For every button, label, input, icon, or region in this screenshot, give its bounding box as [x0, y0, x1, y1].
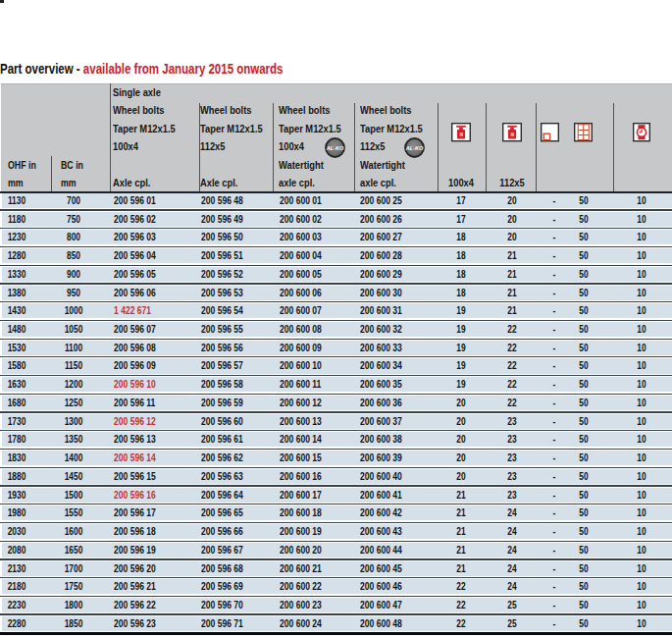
svg-text:AL-KO: AL-KO	[325, 144, 343, 150]
svg-text:AL-KO: AL-KO	[404, 144, 423, 150]
